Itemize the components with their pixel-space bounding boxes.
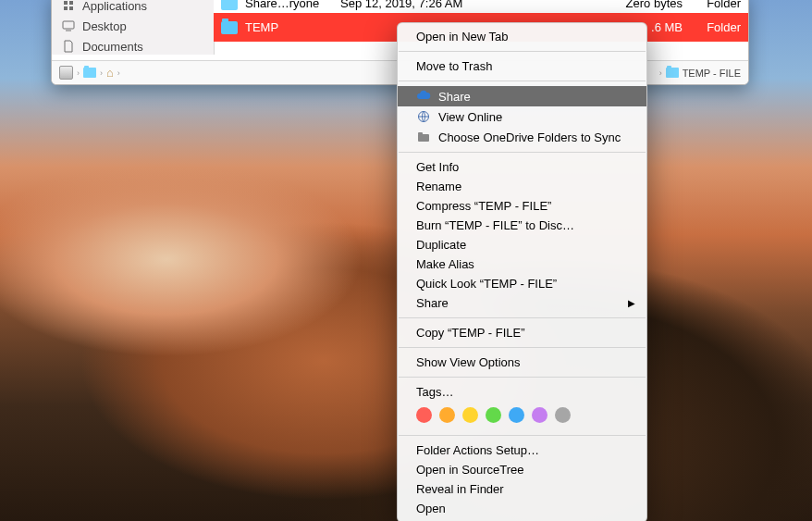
chevron-right-icon: › bbox=[100, 68, 103, 78]
chevron-right-icon: › bbox=[77, 68, 80, 78]
menu-open-sourcetree[interactable]: Open in SourceTree bbox=[398, 460, 646, 479]
file-date: Sep 12, 2019, 7:26 AM bbox=[340, 0, 484, 10]
folder-icon bbox=[221, 21, 238, 34]
menu-tags-label: Tags… bbox=[398, 382, 646, 402]
menu-compress[interactable]: Compress “TEMP - FILE” bbox=[398, 196, 646, 216]
sidebar-item-label: Applications bbox=[82, 0, 147, 13]
menu-show-view-options[interactable]: Show View Options bbox=[398, 353, 646, 372]
menu-separator bbox=[399, 317, 646, 318]
svg-rect-3 bbox=[418, 134, 429, 142]
tag-red[interactable] bbox=[416, 407, 432, 423]
menu-view-online[interactable]: View Online bbox=[398, 106, 646, 127]
menu-reveal-in-finder[interactable]: Reveal in Finder bbox=[398, 479, 646, 499]
menu-separator bbox=[399, 435, 646, 436]
applications-icon bbox=[61, 0, 76, 13]
menu-separator bbox=[399, 347, 646, 348]
sidebar-item-desktop[interactable]: Desktop bbox=[52, 16, 214, 36]
menu-move-to-trash[interactable]: Move to Trash bbox=[398, 56, 646, 76]
menu-burn[interactable]: Burn “TEMP - FILE” to Disc… bbox=[398, 216, 646, 235]
menu-get-info[interactable]: Get Info bbox=[398, 157, 646, 177]
svg-rect-0 bbox=[63, 21, 74, 29]
file-name: TEMP bbox=[245, 20, 333, 34]
finder-sidebar: Applications Desktop Documents Downloads bbox=[52, 0, 215, 55]
chevron-right-icon: ▶ bbox=[628, 298, 635, 308]
chevron-right-icon: › bbox=[659, 68, 662, 78]
path-segment[interactable]: TEMP - FILE bbox=[683, 68, 741, 79]
menu-separator bbox=[399, 51, 646, 52]
menu-open[interactable]: Open bbox=[398, 499, 646, 518]
cloud-icon bbox=[416, 89, 431, 104]
menu-open-new-tab[interactable]: Open in New Tab bbox=[398, 27, 646, 46]
chevron-right-icon: › bbox=[117, 68, 120, 78]
file-size: Zero bytes bbox=[613, 0, 683, 10]
menu-copy[interactable]: Copy “TEMP - FILE” bbox=[398, 323, 646, 342]
menu-make-alias[interactable]: Make Alias bbox=[398, 254, 646, 274]
tags-row bbox=[398, 402, 646, 430]
menu-choose-onedrive-folders[interactable]: Choose OneDrive Folders to Sync bbox=[398, 127, 646, 147]
menu-rename[interactable]: Rename bbox=[398, 177, 646, 196]
tag-green[interactable] bbox=[486, 407, 501, 423]
sync-folder-icon bbox=[416, 130, 431, 144]
tag-purple[interactable] bbox=[532, 407, 547, 423]
folder-icon[interactable] bbox=[83, 68, 96, 78]
folder-icon bbox=[221, 0, 238, 10]
home-icon[interactable]: ⌂ bbox=[106, 66, 114, 80]
sidebar-item-applications[interactable]: Applications bbox=[52, 0, 214, 16]
sidebar-item-label: Desktop bbox=[82, 19, 127, 33]
menu-separator bbox=[399, 377, 646, 378]
tag-gray[interactable] bbox=[555, 407, 571, 423]
globe-icon bbox=[416, 109, 431, 124]
file-kind: Folder bbox=[690, 0, 741, 10]
tag-blue[interactable] bbox=[509, 407, 524, 423]
file-name: Share…ryone bbox=[245, 0, 333, 10]
menu-share[interactable]: Share bbox=[398, 86, 646, 106]
file-kind: Folder bbox=[690, 20, 741, 34]
svg-rect-4 bbox=[418, 132, 423, 135]
menu-share-submenu[interactable]: Share▶ bbox=[398, 293, 646, 313]
documents-icon bbox=[61, 39, 76, 54]
sidebar-item-label: Documents bbox=[82, 40, 143, 54]
menu-folder-actions[interactable]: Folder Actions Setup… bbox=[398, 440, 646, 460]
context-menu: Open in New Tab Move to Trash Share View… bbox=[397, 22, 647, 521]
hd-icon bbox=[59, 66, 73, 80]
sidebar-item-documents[interactable]: Documents bbox=[52, 36, 214, 56]
folder-icon[interactable] bbox=[666, 68, 679, 78]
menu-quick-look[interactable]: Quick Look “TEMP - FILE” bbox=[398, 274, 646, 293]
desktop-icon bbox=[61, 19, 76, 33]
menu-separator bbox=[399, 152, 646, 153]
menu-separator bbox=[399, 81, 646, 81]
tag-orange[interactable] bbox=[439, 407, 455, 423]
file-row[interactable]: Share…ryone Sep 12, 2019, 7:26 AM Zero b… bbox=[214, 0, 748, 13]
tag-yellow[interactable] bbox=[462, 407, 478, 423]
menu-duplicate[interactable]: Duplicate bbox=[398, 235, 646, 254]
